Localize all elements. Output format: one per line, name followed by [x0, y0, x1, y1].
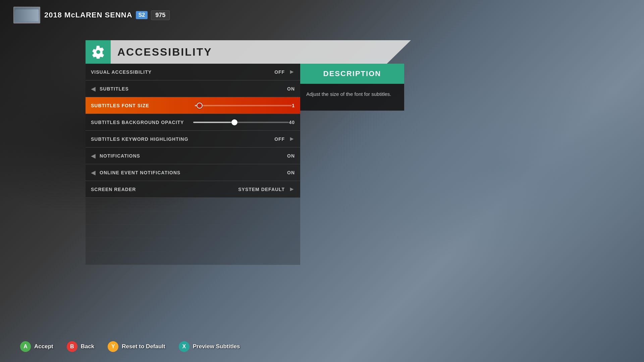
setting-subtitles-bg-opacity[interactable]: SUBTITLES BACKGROUND OPACITY 40 [86, 114, 300, 131]
a-button-icon: A [20, 341, 31, 352]
accept-label: Accept [34, 343, 53, 350]
arrow-right-icon: ► [289, 186, 295, 193]
preview-subtitles-label: Preview Subtitles [193, 343, 240, 350]
accept-button[interactable]: A Accept [20, 341, 53, 352]
arrow-right-icon: ► [289, 135, 295, 142]
slider-thumb[interactable] [197, 103, 203, 109]
reset-button[interactable]: Y Reset to Default [108, 341, 165, 352]
extra-row-4 [86, 238, 300, 251]
reset-label: Reset to Default [122, 343, 165, 350]
car-year-make: 2018 McLAREN SENNA [44, 11, 132, 19]
setting-label: SUBTITLES KEYWORD HIGHLIGHTING [91, 136, 274, 142]
setting-label: SUBTITLES BACKGROUND OPACITY [91, 120, 186, 125]
title-text-box: ACCESSIBILITY [111, 40, 411, 64]
badge-pi: 975 [151, 10, 170, 20]
setting-label: NOTIFICATIONS [100, 153, 287, 159]
back-label: Back [81, 343, 95, 350]
title-icon-box [86, 40, 111, 64]
slider-track [195, 105, 292, 106]
slider-thumb[interactable] [231, 119, 237, 125]
setting-label: SUBTITLES FONT SIZE [91, 103, 188, 108]
arrow-left-icon: ◀ [91, 169, 96, 176]
setting-value: ON [287, 153, 295, 159]
setting-label: ONLINE EVENT NOTIFICATIONS [100, 170, 287, 175]
extra-row-2 [86, 211, 300, 225]
description-body: Adjust the size of the font for subtitle… [300, 84, 404, 111]
setting-label: VISUAL ACCESSIBILITY [91, 69, 274, 75]
opacity-slider[interactable] [193, 122, 289, 123]
y-button-icon: Y [108, 341, 118, 352]
arrow-right-icon: ► [289, 68, 295, 75]
setting-value: ON [287, 86, 295, 92]
setting-value: SYSTEM DEFAULT [238, 187, 285, 192]
description-header: DESCRIPTION [300, 64, 404, 84]
slider-fill [193, 122, 231, 123]
setting-visual-accessibility[interactable]: VISUAL ACCESSIBILITY OFF ► [86, 64, 300, 80]
setting-value: 1 [292, 103, 295, 108]
setting-label: SCREEN READER [91, 187, 238, 192]
setting-keyword-highlighting[interactable]: SUBTITLES KEYWORD HIGHLIGHTING OFF ► [86, 131, 300, 147]
setting-label: SUBTITLES [100, 86, 287, 92]
title-bar: ACCESSIBILITY [86, 40, 411, 64]
hud: 2018 McLAREN SENNA S2 975 [13, 7, 170, 23]
setting-notifications[interactable]: ◀ NOTIFICATIONS ON [86, 147, 300, 164]
setting-subtitles-font-size[interactable]: SUBTITLES FONT SIZE 1 [86, 97, 300, 114]
extra-row-5 [86, 251, 300, 265]
extra-row-3 [86, 225, 300, 238]
setting-online-event-notifications[interactable]: ◀ ONLINE EVENT NOTIFICATIONS ON [86, 164, 300, 181]
setting-value: OFF [274, 69, 285, 75]
page-title: ACCESSIBILITY [117, 46, 212, 58]
setting-screen-reader[interactable]: SCREEN READER SYSTEM DEFAULT ► [86, 181, 300, 198]
setting-subtitles[interactable]: ◀ SUBTITLES ON [86, 80, 300, 97]
font-size-slider[interactable] [195, 105, 292, 106]
setting-value: 40 [289, 120, 295, 125]
setting-value: ON [287, 170, 295, 175]
b-button-icon: B [67, 341, 77, 352]
setting-value: OFF [274, 136, 285, 142]
car-name: 2018 McLAREN SENNA S2 975 [44, 10, 170, 20]
description-panel: DESCRIPTION Adjust the size of the font … [300, 64, 404, 111]
settings-list: VISUAL ACCESSIBILITY OFF ► ◀ SUBTITLES O… [86, 64, 300, 265]
preview-subtitles-button[interactable]: X Preview Subtitles [179, 341, 240, 352]
arrow-left-icon: ◀ [91, 152, 96, 160]
arrow-left-icon: ◀ [91, 85, 96, 93]
back-button[interactable]: B Back [67, 341, 95, 352]
description-text: Adjust the size of the font for subtitle… [306, 91, 391, 97]
x-button-icon: X [179, 341, 190, 352]
action-bar: A Accept B Back Y Reset to Default X Pre… [20, 341, 240, 352]
car-thumbnail [13, 7, 40, 23]
badge-class: S2 [136, 11, 148, 19]
gear-icon [92, 45, 105, 59]
slider-track [193, 122, 289, 123]
description-title: DESCRIPTION [323, 69, 381, 78]
extra-row-1 [86, 198, 300, 211]
